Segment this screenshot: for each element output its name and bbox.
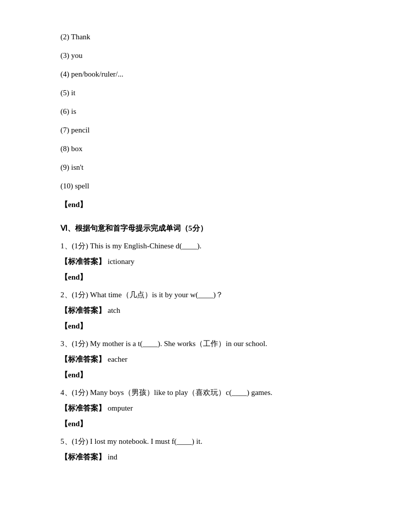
item-text: pencil — [71, 126, 90, 134]
item-text: Thank — [71, 33, 90, 41]
answer-text: ictionary — [108, 257, 134, 265]
item-num: (10) — [60, 182, 73, 190]
question-label: 4、(1分) — [60, 388, 88, 396]
question-body: I lost my notebook. I must f(____) it. — [90, 437, 202, 445]
standard-answer: 【标准答案】 ictionary — [60, 255, 351, 269]
answer-label: 【标准答案】 — [60, 306, 106, 314]
answer-label: 【标准答案】 — [60, 453, 106, 461]
item-num: (8) — [60, 145, 70, 153]
question-body: My mother is a t(____). She works（工作）in … — [90, 340, 267, 348]
questions-list: 1、(1分) This is my English-Chinese d(____… — [60, 239, 351, 464]
item-num: (7) — [60, 126, 70, 134]
standard-answer: 【标准答案】 ind — [60, 450, 351, 464]
item-num: (2) — [60, 33, 70, 41]
list-item: (2) Thank — [60, 30, 351, 44]
item-num: (6) — [60, 107, 70, 115]
question-label: 3、(1分) — [60, 340, 88, 348]
list-item: (9) isn't — [60, 161, 351, 174]
end-marker-1: 【end】 — [60, 198, 351, 212]
item-num: (3) — [60, 51, 70, 59]
question-label: 1、(1分) — [60, 242, 88, 250]
item-text: isn't — [71, 163, 83, 171]
question-label: 2、(1分) — [60, 291, 88, 299]
item-num: (4) — [60, 70, 70, 78]
end-marker: 【end】 — [60, 368, 351, 382]
answer-label: 【标准答案】 — [60, 404, 106, 412]
question-label: 5、(1分) — [60, 437, 88, 445]
end-marker: 【end】 — [60, 417, 351, 431]
end-marker: 【end】 — [60, 271, 351, 284]
question-body: Many boys（男孩）like to play（喜欢玩）c(____) ga… — [90, 388, 272, 396]
standard-answer: 【标准答案】 eacher — [60, 353, 351, 366]
list-item: (4) pen/book/ruler/... — [60, 68, 351, 81]
standard-answer: 【标准答案】 omputer — [60, 402, 351, 415]
item-text: box — [71, 145, 83, 153]
question-1: 1、(1分) This is my English-Chinese d(____… — [60, 239, 351, 284]
question-5: 5、(1分) I lost my notebook. I must f(____… — [60, 435, 351, 464]
question-3: 3、(1分) My mother is a t(____). She works… — [60, 337, 351, 382]
item-num: (5) — [60, 89, 70, 97]
list-item: (8) box — [60, 142, 351, 156]
list-item: (3) you — [60, 49, 351, 62]
list-item: (5) it — [60, 86, 351, 100]
question-text: 4、(1分) Many boys（男孩）like to play（喜欢玩）c(_… — [60, 386, 351, 400]
answer-text: ind — [108, 453, 117, 461]
question-text: 1、(1分) This is my English-Chinese d(____… — [60, 239, 351, 253]
question-text: 2、(1分) What time（几点）is it by your w(____… — [60, 288, 351, 302]
question-4: 4、(1分) Many boys（男孩）like to play（喜欢玩）c(_… — [60, 386, 351, 431]
list-item: (6) is — [60, 105, 351, 118]
items-list: (2) Thank (3) you (4) pen/book/ruler/...… — [60, 30, 351, 193]
list-item: (7) pencil — [60, 123, 351, 137]
list-item: (10) spell — [60, 179, 351, 193]
answer-text: omputer — [108, 404, 133, 412]
answer-text: eacher — [108, 355, 127, 363]
item-text: spell — [75, 182, 89, 190]
standard-answer: 【标准答案】 atch — [60, 304, 351, 317]
answer-text: atch — [108, 306, 120, 314]
question-body: What time（几点）is it by your w(____)？ — [90, 291, 224, 299]
item-text: is — [71, 107, 76, 115]
item-text: pen/book/ruler/... — [71, 70, 123, 78]
item-text: you — [71, 51, 83, 59]
item-num: (9) — [60, 163, 70, 171]
section-vi-title: Ⅵ、根据句意和首字母提示完成单词（5分） — [60, 222, 351, 235]
end-marker: 【end】 — [60, 319, 351, 333]
question-2: 2、(1分) What time（几点）is it by your w(____… — [60, 288, 351, 333]
answer-label: 【标准答案】 — [60, 355, 106, 363]
answer-label: 【标准答案】 — [60, 257, 106, 265]
item-text: it — [71, 89, 75, 97]
question-text: 5、(1分) I lost my notebook. I must f(____… — [60, 435, 351, 448]
question-body: This is my English-Chinese d(____). — [90, 242, 201, 250]
question-text: 3、(1分) My mother is a t(____). She works… — [60, 337, 351, 351]
